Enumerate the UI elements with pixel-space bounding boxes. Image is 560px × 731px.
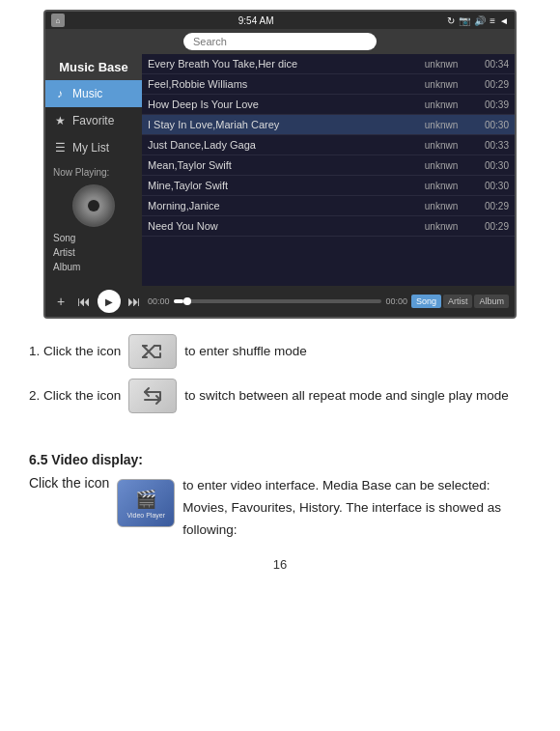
- song-duration: 00:39: [475, 99, 509, 110]
- song-title: Need You Now: [148, 220, 407, 232]
- progress-thumb: [183, 297, 191, 305]
- artist-name: Artist: [53, 245, 134, 260]
- song-artist: unknwn: [407, 160, 475, 171]
- song-artist: unknwn: [407, 140, 475, 151]
- search-bar-area: [45, 29, 515, 54]
- next-button[interactable]: ⏭: [125, 294, 144, 309]
- volume-icon: 🔊: [474, 15, 486, 26]
- step1-suffix: to enter shuffle mode: [184, 340, 307, 363]
- song-duration: 00:30: [475, 181, 509, 191]
- sidebar-item-favorite[interactable]: ★ Favorite: [45, 107, 142, 134]
- step2-row: 2. Click the icon to switch between all …: [29, 379, 531, 413]
- song-artist: unknwn: [407, 99, 475, 110]
- album-art: [72, 184, 115, 227]
- song-title: Mine,Taylor Swift: [148, 180, 407, 191]
- song-duration: 00:33: [475, 140, 509, 151]
- main-area: Music Base ♪ Music ★ Favorite ☰ My List …: [45, 54, 515, 286]
- video-suffix: to enter video interface. Media Base can…: [182, 475, 531, 542]
- section-heading-65: 6.5 Video display:: [29, 452, 531, 467]
- shuffle-icon-box: [128, 334, 177, 369]
- sidebar-item-music[interactable]: ♪ Music: [45, 80, 142, 107]
- song-row[interactable]: Morning,Janice unknwn 00:29: [142, 196, 515, 216]
- sidebar-item-favorite-label: Favorite: [72, 114, 114, 127]
- song-row[interactable]: Mean,Taylor Swift unknwn 00:30: [142, 155, 515, 176]
- step1-row: 1. Click the icon to enter shuffle mode: [29, 334, 531, 369]
- status-bar: ⌂ 9:54 AM ↻ 📷 🔊 ≡ ◄: [45, 12, 515, 29]
- song-duration: 00:29: [475, 79, 509, 90]
- add-button[interactable]: +: [51, 294, 70, 309]
- song-duration: 00:29: [475, 201, 509, 211]
- sidebar: Music Base ♪ Music ★ Favorite ☰ My List …: [45, 54, 142, 286]
- song-artist: unknwn: [407, 221, 475, 232]
- time-end: 00:00: [385, 296, 407, 306]
- song-row[interactable]: Just Dance,Lady Gaga unknwn 00:33: [142, 135, 515, 155]
- view-btn-artist[interactable]: Artist: [443, 295, 473, 308]
- song-duration: 00:34: [475, 59, 509, 70]
- song-row[interactable]: Every Breath You Take,Her dice unknwn 00…: [142, 54, 515, 74]
- view-buttons: SongArtistAlbum: [411, 295, 509, 308]
- song-title: Feel,Robbie Williams: [148, 78, 407, 90]
- song-artist: unknwn: [407, 79, 475, 90]
- view-btn-song[interactable]: Song: [411, 295, 441, 308]
- song-title: Morning,Janice: [148, 200, 407, 211]
- music-icon: ♪: [53, 87, 67, 100]
- sidebar-item-mylist[interactable]: ☰ My List: [45, 134, 142, 161]
- song-row[interactable]: Feel,Robbie Williams unknwn 00:29: [142, 74, 515, 95]
- song-row[interactable]: Mine,Taylor Swift unknwn 00:30: [142, 176, 515, 196]
- song-list: Every Breath You Take,Her dice unknwn 00…: [142, 54, 515, 286]
- repeat-icon: [139, 384, 166, 408]
- list-icon: ☰: [53, 141, 67, 155]
- song-duration: 00:30: [475, 120, 509, 130]
- back-icon: ◄: [499, 15, 509, 26]
- sidebar-item-music-label: Music: [72, 87, 102, 100]
- play-button[interactable]: ▶: [98, 290, 121, 313]
- menu-icon: ≡: [490, 15, 495, 26]
- star-icon: ★: [53, 114, 67, 127]
- step2-prefix: 2. Click the icon: [29, 384, 121, 408]
- album-art-center: [88, 200, 99, 211]
- song-artist: unknwn: [407, 59, 475, 70]
- search-input[interactable]: [183, 33, 377, 50]
- song-duration: 00:30: [475, 160, 509, 171]
- song-artist: unknwn: [407, 120, 475, 130]
- view-btn-album[interactable]: Album: [474, 295, 509, 308]
- song-row[interactable]: I Stay In Love,Mariah Carey unknwn 00:30: [142, 115, 515, 135]
- album-name: Album: [53, 260, 134, 274]
- song-title: How Deep Is Your Love: [148, 98, 407, 110]
- sync-icon: ↻: [447, 15, 455, 26]
- progress-fill: [174, 299, 184, 303]
- playback-bar: + ⏮ ▶ ⏭ 00:00 00:00 SongArtistAlbum: [45, 286, 515, 317]
- video-instruction-row: Click the icon 🎬 Video Player to enter v…: [0, 475, 560, 542]
- video-player-label: Video Player: [126, 512, 165, 519]
- song-row[interactable]: How Deep Is Your Love unknwn 00:39: [142, 95, 515, 115]
- progress-area: 00:00 00:00: [148, 296, 407, 306]
- step1-prefix: 1. Click the icon: [29, 340, 121, 363]
- song-info: Song Artist Album: [45, 231, 142, 274]
- song-artist: unknwn: [407, 181, 475, 191]
- instructions-area: 1. Click the icon to enter shuffle mode …: [0, 319, 560, 438]
- song-title: Just Dance,Lady Gaga: [148, 139, 407, 151]
- song-title: Mean,Taylor Swift: [148, 159, 407, 171]
- now-playing-label: Now Playing:: [45, 161, 142, 181]
- page-number: 16: [0, 542, 560, 579]
- video-prefix: Click the icon: [29, 475, 109, 491]
- sidebar-item-mylist-label: My List: [72, 141, 109, 155]
- status-left: ⌂: [51, 14, 65, 27]
- prev-button[interactable]: ⏮: [74, 294, 94, 309]
- repeat-icon-box: [128, 379, 177, 413]
- song-artist: unknwn: [407, 201, 475, 211]
- phone-screenshot: ⌂ 9:54 AM ↻ 📷 🔊 ≡ ◄ Music Base ♪ Music ★…: [43, 10, 517, 319]
- progress-bar[interactable]: [174, 299, 382, 303]
- song-title: Every Breath You Take,Her dice: [148, 58, 407, 70]
- shuffle-icon: [139, 340, 166, 363]
- camera-icon: 📷: [459, 15, 470, 26]
- sidebar-title: Music Base: [45, 54, 142, 80]
- status-right: ↻ 📷 🔊 ≡ ◄: [447, 15, 509, 26]
- film-icon: 🎬: [135, 489, 156, 510]
- song-row[interactable]: Need You Now unknwn 00:29: [142, 216, 515, 237]
- status-time: 9:54 AM: [238, 15, 274, 26]
- song-duration: 00:29: [475, 221, 509, 232]
- song-title: I Stay In Love,Mariah Carey: [148, 119, 407, 130]
- step2-suffix: to switch between all repeat mode and si…: [184, 384, 508, 408]
- video-player-icon-box: 🎬 Video Player: [117, 479, 175, 527]
